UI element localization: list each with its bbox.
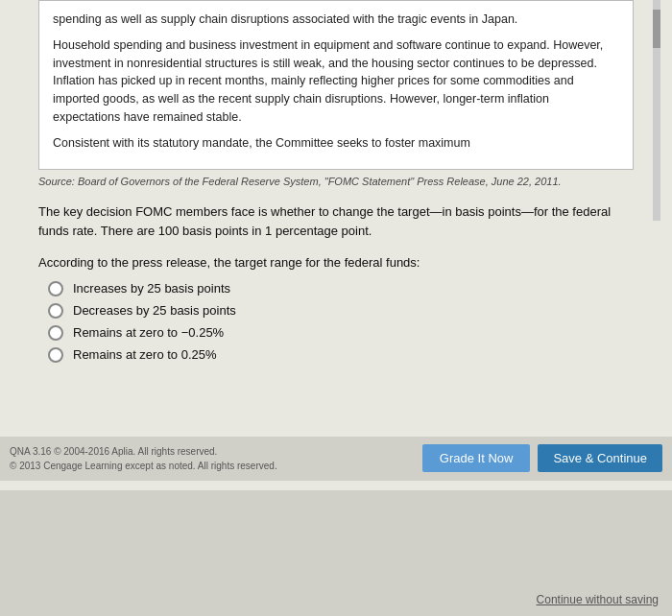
footer-copyright: QNA 3.16 © 2004-2016 Aplia. All rights r… — [10, 444, 277, 473]
scrollbar-thumb[interactable] — [653, 10, 660, 48]
source-line: Source: Board of Governors of the Federa… — [38, 176, 634, 187]
option-1[interactable]: Increases by 25 basis points — [48, 281, 634, 296]
question-text: The key decision FOMC members face is wh… — [38, 202, 634, 241]
radio-circle-4[interactable] — [48, 347, 63, 363]
copyright-line-1: QNA 3.16 © 2004-2016 Aplia. All rights r… — [10, 444, 277, 459]
document-text: spending as well as supply chain disrupt… — [53, 11, 619, 152]
footer-bar: QNA 3.16 © 2004-2016 Aplia. All rights r… — [0, 437, 672, 481]
footer-buttons: Grade It Now Save & Continue — [422, 444, 662, 472]
grade-now-button[interactable]: Grade It Now — [422, 444, 531, 472]
option-1-label: Increases by 25 basis points — [73, 281, 230, 296]
scrollbar-track[interactable] — [653, 0, 660, 221]
radio-circle-3[interactable] — [48, 325, 63, 341]
option-4-label: Remains at zero to 0.25% — [73, 347, 217, 362]
radio-circle-1[interactable] — [48, 281, 63, 296]
radio-circle-2[interactable] — [48, 303, 63, 319]
option-3-label: Remains at zero to −0.25% — [73, 325, 224, 340]
question-prompt: According to the press release, the targ… — [38, 255, 634, 270]
document-box: spending as well as supply chain disrupt… — [38, 0, 634, 170]
save-continue-button[interactable]: Save & Continue — [538, 444, 662, 472]
option-2-label: Decreases by 25 basis points — [73, 303, 236, 318]
doc-para-2: Household spending and business investme… — [53, 36, 619, 127]
main-content: spending as well as supply chain disrupt… — [0, 0, 672, 490]
copyright-line-2: © 2013 Cengage Learning except as noted.… — [10, 459, 277, 473]
doc-para-1: spending as well as supply chain disrupt… — [53, 11, 619, 29]
option-4[interactable]: Remains at zero to 0.25% — [48, 347, 634, 363]
option-2[interactable]: Decreases by 25 basis points — [48, 303, 634, 319]
continue-without-link[interactable]: Continue without saving — [537, 593, 659, 606]
doc-para-3: Consistent with its statutory mandate, t… — [53, 134, 619, 153]
question-section: The key decision FOMC members face is wh… — [0, 187, 672, 378]
radio-options-list: Increases by 25 basis points Decreases b… — [48, 281, 634, 363]
option-3[interactable]: Remains at zero to −0.25% — [48, 325, 634, 341]
